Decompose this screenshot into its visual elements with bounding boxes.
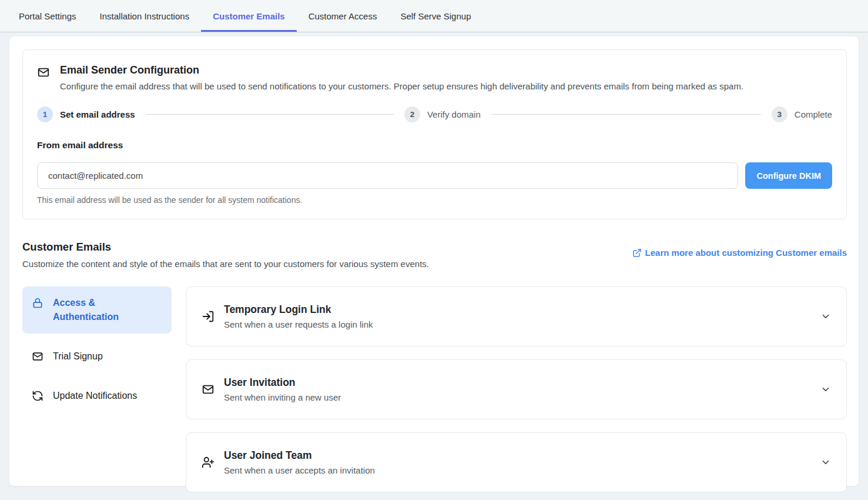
mail-icon: [32, 351, 43, 362]
customer-emails-description: Customize the content and style of the e…: [22, 259, 429, 269]
refresh-icon: [32, 390, 43, 402]
step-number: 3: [772, 106, 787, 122]
customer-emails-panel: Email Sender Configuration Configure the…: [9, 36, 859, 486]
step-label: Set email address: [60, 109, 135, 119]
email-template-list: Temporary Login Link Sent when a user re…: [186, 286, 847, 492]
email-card-title: User Invitation: [224, 376, 341, 389]
tab-installation-instructions[interactable]: Installation Instructions: [88, 0, 202, 32]
step-set-email-address: 1 Set email address: [37, 106, 404, 122]
learn-more-label: Learn more about customizing Customer em…: [645, 248, 847, 258]
external-link-icon: [632, 248, 642, 258]
category-update-notifications[interactable]: Update Notifications: [22, 379, 172, 412]
settings-tab-bar: Portal Settings Installation Instruction…: [0, 0, 868, 32]
email-card-temporary-login-link[interactable]: Temporary Login Link Sent when a user re…: [186, 286, 847, 346]
email-card-user-invitation[interactable]: User Invitation Sent when inviting a new…: [186, 359, 847, 419]
email-category-list: Access & Authentication Trial Signup Upd…: [22, 286, 172, 492]
category-label: Update Notifications: [53, 389, 137, 403]
sender-config-title: Email Sender Configuration: [60, 64, 743, 76]
chevron-down-icon[interactable]: [820, 457, 831, 468]
category-access-authentication[interactable]: Access & Authentication: [22, 286, 172, 334]
chevron-down-icon[interactable]: [820, 384, 831, 395]
step-label: Verify domain: [427, 109, 481, 119]
sender-config-description: Configure the email address that will be…: [60, 81, 743, 91]
mail-icon: [37, 66, 50, 91]
mail-icon: [202, 383, 215, 396]
configure-dkim-button[interactable]: Configure DKIM: [745, 162, 832, 189]
email-card-user-joined-team[interactable]: User Joined Team Sent when a user accept…: [186, 432, 847, 492]
email-card-subtitle: Sent when a user accepts an invitation: [224, 465, 375, 475]
sender-config-stepper: 1 Set email address 2 Verify domain 3 Co…: [37, 106, 832, 122]
email-sender-configuration-card: Email Sender Configuration Configure the…: [22, 49, 847, 219]
email-card-title: Temporary Login Link: [224, 304, 373, 316]
from-email-address-input[interactable]: [37, 162, 738, 189]
email-card-title: User Joined Team: [224, 449, 375, 462]
from-email-address-label: From email address: [37, 140, 832, 151]
step-number: 1: [37, 106, 53, 122]
step-complete: 3 Complete: [772, 106, 832, 122]
email-card-subtitle: Sent when a user requests a login link: [224, 319, 373, 329]
tab-customer-access[interactable]: Customer Access: [297, 0, 389, 32]
category-label: Trial Signup: [53, 349, 103, 364]
step-connector-line: [491, 114, 761, 115]
email-card-subtitle: Sent when inviting a new user: [224, 392, 341, 402]
log-in-icon: [202, 310, 215, 323]
step-verify-domain: 2 Verify domain: [404, 106, 772, 122]
step-number: 2: [404, 106, 420, 122]
tab-self-serve-signup[interactable]: Self Serve Signup: [388, 0, 482, 32]
learn-more-link[interactable]: Learn more about customizing Customer em…: [632, 248, 847, 258]
lock-icon: [32, 297, 43, 309]
email-helper-text: This email address will be used as the s…: [37, 195, 832, 205]
category-trial-signup[interactable]: Trial Signup: [22, 340, 172, 373]
tab-portal-settings[interactable]: Portal Settings: [7, 0, 88, 32]
step-label: Complete: [795, 109, 832, 119]
user-plus-icon: [202, 456, 215, 469]
tab-customer-emails[interactable]: Customer Emails: [201, 0, 297, 32]
chevron-down-icon[interactable]: [820, 311, 831, 322]
category-label: Access & Authentication: [53, 296, 162, 324]
customer-emails-title: Customer Emails: [22, 241, 429, 254]
step-connector-line: [146, 114, 394, 115]
